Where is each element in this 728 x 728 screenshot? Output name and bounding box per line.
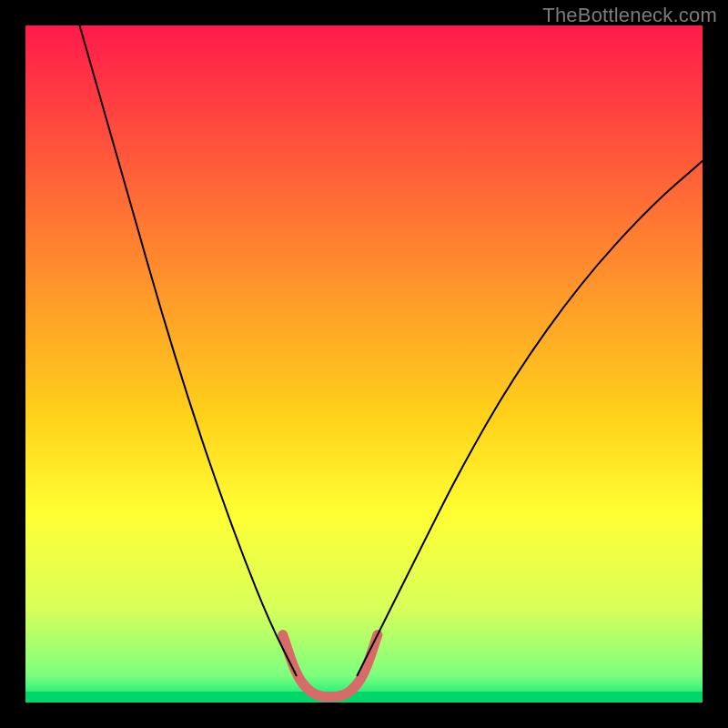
plot-background <box>25 25 703 703</box>
plot-bottom-band <box>25 692 703 703</box>
bottleneck-chart <box>0 0 728 728</box>
watermark-text: TheBottleneck.com <box>542 4 717 27</box>
chart-frame: TheBottleneck.com <box>0 0 728 728</box>
